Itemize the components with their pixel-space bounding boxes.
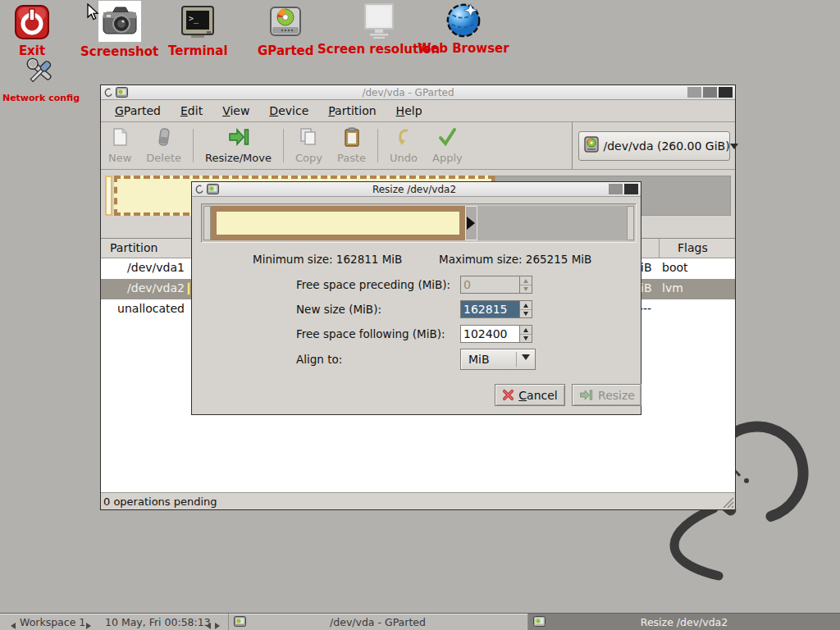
gparted-mini-icon bbox=[207, 184, 219, 194]
chevron-down-icon[interactable] bbox=[730, 139, 738, 153]
desktop-icon-web-browser[interactable]: Web Browser bbox=[418, 1, 509, 56]
window-title: /dev/vda - GParted bbox=[130, 87, 686, 98]
mouse-cursor bbox=[87, 3, 99, 21]
desktop-icon-gparted[interactable]: GParted bbox=[258, 3, 314, 58]
desktop-icon-exit[interactable]: Exit bbox=[13, 3, 51, 58]
copy-icon bbox=[299, 127, 318, 150]
terminal-icon: >_ bbox=[179, 3, 217, 41]
field-row-preceding: Free space preceding (MiB): 0 bbox=[192, 276, 641, 294]
device-label: /dev/vda (260.00 GiB) bbox=[604, 139, 730, 153]
icon-label: Terminal bbox=[168, 43, 228, 58]
new-partition-icon bbox=[111, 127, 129, 150]
resize-arrow-icon bbox=[578, 389, 594, 401]
dialog-minimize-button[interactable] bbox=[609, 184, 623, 194]
icon-label: GParted bbox=[258, 43, 314, 58]
menu-edit[interactable]: Edit bbox=[171, 101, 212, 121]
spin-buttons[interactable] bbox=[519, 276, 532, 293]
toolbar-separator bbox=[283, 129, 284, 162]
globe-icon bbox=[445, 1, 482, 39]
free-space-preceding-input[interactable]: 0 bbox=[460, 276, 532, 294]
visual-partition-vda1[interactable] bbox=[105, 176, 112, 216]
menu-view[interactable]: View bbox=[212, 101, 259, 121]
resize-button[interactable]: Resize bbox=[572, 384, 641, 406]
tasklist-prev-arrow[interactable] bbox=[203, 619, 211, 630]
icon-label: Screenshot bbox=[80, 44, 158, 59]
camera-icon bbox=[98, 1, 141, 42]
dialog-close-button[interactable] bbox=[624, 184, 638, 194]
minimum-size-label: Minimum size: 162811 MiB bbox=[253, 253, 402, 266]
resize-move-icon bbox=[228, 127, 249, 150]
workspace-next-arrow[interactable] bbox=[86, 619, 94, 630]
desktop-icon-network-config[interactable]: Network config bbox=[7, 52, 75, 103]
icon-label: Web Browser bbox=[418, 41, 509, 56]
operations-pending-text: 0 operations pending bbox=[103, 495, 217, 508]
align-to-dropdown[interactable]: MiB bbox=[460, 349, 536, 370]
field-row-new-size: New size (MiB): 162815 bbox=[192, 300, 641, 318]
close-button[interactable] bbox=[719, 87, 733, 98]
undo-icon bbox=[395, 127, 413, 150]
new-size-input[interactable]: 162815 bbox=[460, 300, 532, 318]
resize-dialog: Resize /dev/vda2 Minimum size: 162811 Mi… bbox=[191, 181, 641, 415]
svg-text:>_: >_ bbox=[189, 14, 199, 24]
gparted-titlebar[interactable]: /dev/vda - GParted bbox=[101, 85, 735, 100]
desktop-icon-terminal[interactable]: >_ Terminal bbox=[168, 3, 228, 58]
tasklist-next-arrow[interactable] bbox=[215, 619, 223, 630]
partition-size-bar[interactable] bbox=[211, 206, 465, 240]
workspace-label: Workspace 1 bbox=[20, 616, 85, 628]
tools-icon bbox=[22, 52, 60, 90]
menu-partition[interactable]: Partition bbox=[318, 101, 386, 121]
resize-slider bbox=[201, 203, 637, 243]
toolbar: New Delete Resize/Move Copy Paste bbox=[101, 122, 735, 170]
spin-buttons[interactable] bbox=[519, 301, 532, 317]
menu-gparted[interactable]: GParted bbox=[105, 101, 171, 121]
monitor-icon bbox=[360, 2, 398, 39]
resize-move-button[interactable]: Resize/Move bbox=[198, 122, 279, 169]
maximize-button[interactable] bbox=[703, 87, 717, 98]
column-separator bbox=[659, 239, 660, 258]
delete-icon bbox=[155, 127, 173, 150]
spin-buttons[interactable] bbox=[519, 326, 532, 342]
field-row-align: Align to: MiB bbox=[192, 349, 641, 370]
device-panel: /dev/vda (260.00 GiB) bbox=[572, 122, 735, 169]
maximum-size-label: Maximum size: 265215 MiB bbox=[439, 253, 591, 266]
partition-color-swatch bbox=[187, 282, 190, 295]
right-resize-handle[interactable] bbox=[465, 206, 477, 240]
device-selector[interactable]: /dev/vda (260.00 GiB) bbox=[578, 131, 730, 161]
paste-button[interactable]: Paste bbox=[330, 122, 373, 169]
debian-swirl-icon bbox=[194, 184, 204, 195]
paste-icon bbox=[343, 127, 361, 150]
task-gparted-main[interactable]: /dev/vda - GParted bbox=[228, 614, 527, 630]
menu-help[interactable]: Help bbox=[386, 101, 432, 121]
free-space-following-input[interactable]: 102400 bbox=[460, 325, 532, 343]
chevron-down-icon bbox=[517, 354, 535, 364]
toolbar-separator bbox=[193, 129, 194, 162]
status-bar: 0 operations pending bbox=[101, 492, 735, 509]
drive-icon bbox=[584, 136, 599, 156]
minimize-button[interactable] bbox=[687, 87, 701, 98]
icon-label: Network config bbox=[2, 93, 80, 103]
menu-device[interactable]: Device bbox=[259, 101, 318, 121]
left-resize-handle[interactable] bbox=[203, 206, 211, 240]
taskbar: Workspace 1 10 May, Fri 00:58:13 /dev/vd… bbox=[0, 613, 840, 630]
menubar: GParted Edit View Device Partition Help bbox=[101, 100, 735, 122]
workspace-prev-arrow[interactable] bbox=[7, 619, 16, 630]
free-space-bar bbox=[477, 206, 627, 240]
task-title: Resize /dev/vda2 bbox=[528, 616, 840, 628]
task-resize-dialog[interactable]: Resize /dev/vda2 bbox=[527, 614, 840, 630]
delete-button[interactable]: Delete bbox=[139, 122, 189, 169]
dialog-titlebar[interactable]: Resize /dev/vda2 bbox=[192, 182, 641, 197]
undo-button[interactable]: Undo bbox=[382, 122, 425, 169]
task-title: /dev/vda - GParted bbox=[229, 616, 527, 628]
copy-button[interactable]: Copy bbox=[288, 122, 330, 169]
gparted-mini-icon bbox=[116, 87, 128, 98]
resize-grip[interactable] bbox=[723, 497, 734, 509]
power-icon bbox=[13, 3, 51, 41]
new-button[interactable]: New bbox=[101, 122, 139, 169]
header-flags[interactable]: Flags bbox=[678, 241, 727, 254]
cancel-button[interactable]: Cancel bbox=[495, 384, 565, 406]
clock: 10 May, Fri 00:58:13 bbox=[105, 616, 211, 628]
apply-button[interactable]: Apply bbox=[425, 122, 470, 169]
debian-swirl-icon bbox=[103, 87, 113, 98]
far-right-handle[interactable] bbox=[627, 206, 634, 240]
header-partition[interactable]: Partition bbox=[110, 241, 158, 254]
